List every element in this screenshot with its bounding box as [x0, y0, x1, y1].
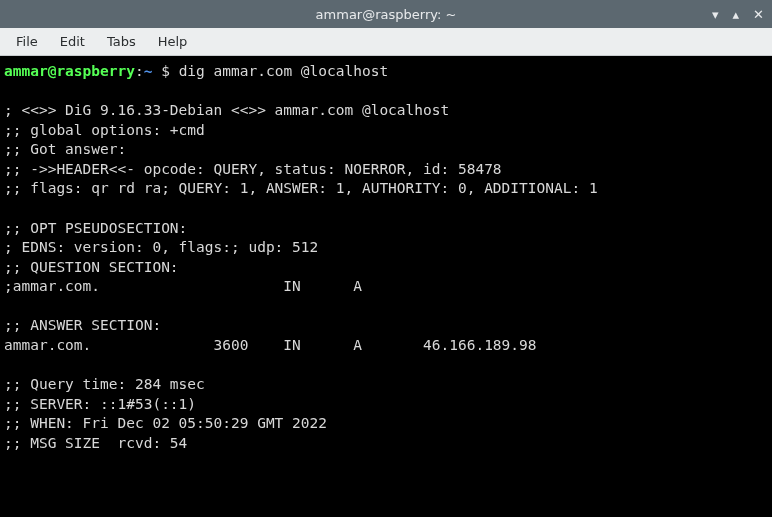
output-line: ;; Got answer:: [4, 141, 126, 157]
output-line: ;; global options: +cmd: [4, 122, 205, 138]
menu-help[interactable]: Help: [148, 30, 198, 53]
close-icon[interactable]: ✕: [753, 8, 764, 21]
terminal-area[interactable]: ammar@raspberry:~ $ dig ammar.com @local…: [0, 56, 772, 517]
minimize-icon[interactable]: ▾: [712, 8, 719, 21]
output-line: ;; SERVER: ::1#53(::1): [4, 396, 196, 412]
prompt-host: raspberry: [56, 63, 135, 79]
output-line: ;; Query time: 284 msec: [4, 376, 205, 392]
window-titlebar: ammar@raspberry: ~ ▾ ▴ ✕: [0, 0, 772, 28]
menu-file[interactable]: File: [6, 30, 48, 53]
window-title: ammar@raspberry: ~: [316, 7, 457, 22]
output-line: ;; MSG SIZE rcvd: 54: [4, 435, 187, 451]
window-controls: ▾ ▴ ✕: [712, 8, 764, 21]
output-line: ;ammar.com. IN A: [4, 278, 362, 294]
menu-edit[interactable]: Edit: [50, 30, 95, 53]
menu-bar: File Edit Tabs Help: [0, 28, 772, 56]
prompt-symbol: $: [152, 63, 178, 79]
prompt-user: ammar: [4, 63, 48, 79]
command-text: dig ammar.com @localhost: [179, 63, 389, 79]
output-line: ;; flags: qr rd ra; QUERY: 1, ANSWER: 1,…: [4, 180, 598, 196]
output-line: ;; QUESTION SECTION:: [4, 259, 179, 275]
output-line: ; EDNS: version: 0, flags:; udp: 512: [4, 239, 318, 255]
prompt-colon: :: [135, 63, 144, 79]
maximize-icon[interactable]: ▴: [733, 8, 740, 21]
output-line: ; <<>> DiG 9.16.33-Debian <<>> ammar.com…: [4, 102, 449, 118]
output-line: ;; OPT PSEUDOSECTION:: [4, 220, 187, 236]
output-line: ;; WHEN: Fri Dec 02 05:50:29 GMT 2022: [4, 415, 327, 431]
output-line: ammar.com. 3600 IN A 46.166.189.98: [4, 337, 537, 353]
menu-tabs[interactable]: Tabs: [97, 30, 146, 53]
output-line: ;; ANSWER SECTION:: [4, 317, 161, 333]
output-line: ;; ->>HEADER<<- opcode: QUERY, status: N…: [4, 161, 502, 177]
